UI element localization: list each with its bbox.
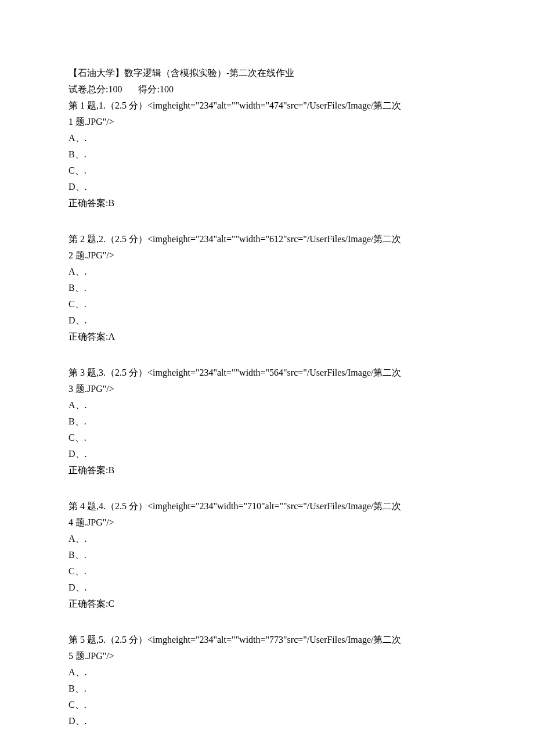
option-c: C、. <box>68 163 466 179</box>
option-a: A、. <box>68 397 466 413</box>
option-d: D、. <box>68 179 466 195</box>
option-b: B、. <box>68 413 466 430</box>
option-c: C、. <box>68 296 466 312</box>
question-block: 第 4 题,4.（2.5 分）<imgheight="234"width="71… <box>68 498 466 612</box>
question-stem-line: 第 1 题,1.（2.5 分）<imgheight="234"alt=""wid… <box>68 98 466 114</box>
score-line: 试卷总分:100 得分:100 <box>68 81 466 98</box>
option-a: A、. <box>68 264 466 280</box>
document-title: 【石油大学】数字逻辑（含模拟实验）-第二次在线作业 <box>68 65 466 81</box>
option-d: D、. <box>68 312 466 329</box>
question-stem-line2: 3 题.JPG"/> <box>68 381 466 397</box>
option-c: C、. <box>68 697 466 713</box>
document-page: 【石油大学】数字逻辑（含模拟实验）-第二次在线作业 试卷总分:100 得分:10… <box>0 0 534 756</box>
option-b: B、. <box>68 146 466 163</box>
option-c: C、. <box>68 430 466 446</box>
option-d: D、. <box>68 446 466 462</box>
option-a: A、. <box>68 664 466 681</box>
option-b: B、. <box>68 547 466 563</box>
answer-line: 正确答案:B <box>68 462 466 478</box>
question-stem-line: 第 2 题,2.（2.5 分）<imgheight="234"alt=""wid… <box>68 231 466 247</box>
question-block: 第 3 题,3.（2.5 分）<imgheight="234"alt=""wid… <box>68 365 466 478</box>
option-b: B、. <box>68 280 466 296</box>
question-stem-line2: 1 题.JPG"/> <box>68 114 466 130</box>
question-stem-line: 第 3 题,3.（2.5 分）<imgheight="234"alt=""wid… <box>68 365 466 381</box>
question-stem-line2: 4 题.JPG"/> <box>68 514 466 531</box>
option-b: B、. <box>68 681 466 697</box>
question-stem-line2: 2 题.JPG"/> <box>68 247 466 264</box>
question-stem-line2: 5 题.JPG"/> <box>68 648 466 664</box>
answer-line: 正确答案:B <box>68 195 466 211</box>
option-c: C、. <box>68 563 466 579</box>
answer-line: 正确答案:C <box>68 596 466 612</box>
option-a: A、. <box>68 130 466 146</box>
question-stem-line: 第 4 题,4.（2.5 分）<imgheight="234"width="71… <box>68 498 466 514</box>
option-a: A、. <box>68 531 466 547</box>
question-block: 第 2 题,2.（2.5 分）<imgheight="234"alt=""wid… <box>68 231 466 345</box>
question-block: 第 1 题,1.（2.5 分）<imgheight="234"alt=""wid… <box>68 98 466 211</box>
question-stem-line: 第 5 题,5.（2.5 分）<imgheight="234"alt=""wid… <box>68 632 466 648</box>
document-header: 【石油大学】数字逻辑（含模拟实验）-第二次在线作业 试卷总分:100 得分:10… <box>68 65 466 211</box>
option-d: D、. <box>68 579 466 596</box>
answer-line: 正确答案:A <box>68 329 466 345</box>
option-d: D、. <box>68 713 466 729</box>
question-block: 第 5 题,5.（2.5 分）<imgheight="234"alt=""wid… <box>68 632 466 729</box>
